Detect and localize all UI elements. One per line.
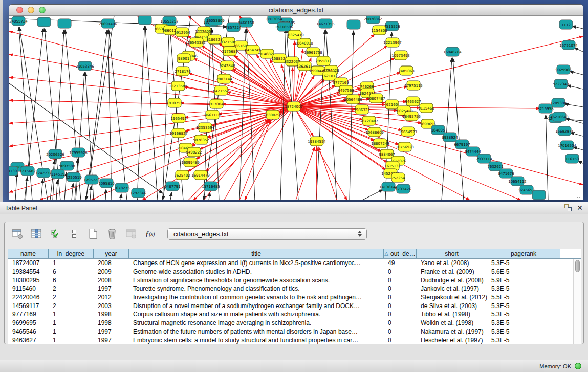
cell-year: 2003 — [94, 302, 129, 310]
graph-edge — [572, 26, 583, 29]
scrollbar-thumb[interactable] — [575, 260, 580, 272]
table-row[interactable]: 977716911998Corpus callosum shape and si… — [8, 310, 581, 319]
graph-edge — [15, 173, 17, 200]
cell-title: Corpus callosum shape and size in male p… — [129, 311, 384, 318]
graph-node-label: 8427552 — [213, 89, 229, 93]
graph-node-label: 1112 — [561, 23, 571, 27]
graph-node-label: 10654112 — [508, 180, 527, 184]
clear-selection-button[interactable] — [68, 227, 81, 240]
canvas-resize-grip-icon[interactable] — [576, 192, 582, 199]
graph-node-label: 19654923 — [399, 130, 417, 134]
graph-node-label: 10688609 — [365, 130, 384, 135]
graph-node-label: 7625402 — [174, 173, 190, 178]
float-front-square — [568, 207, 572, 211]
cell-pagerank: 5.3E-5 — [487, 259, 560, 267]
graph-node-label: 9474444 — [465, 150, 481, 154]
table-scrollbar[interactable] — [573, 259, 581, 344]
table-row[interactable]: 2242004622012Investigating the contribut… — [8, 293, 581, 302]
graph-node-label: 116753 — [565, 157, 579, 161]
import-table-button[interactable] — [124, 227, 138, 240]
table-row[interactable]: 1830029562008Estimation of significance … — [8, 276, 581, 285]
graph-node-label: 9097588 — [59, 164, 75, 168]
graph-node-label: 19166827 — [169, 132, 188, 136]
graph-node-label: 9777169 — [333, 81, 349, 85]
cell-out_de: 0 — [384, 268, 417, 275]
graph-node-label: 1733426 — [395, 187, 411, 191]
graph-node-label: 18640910 — [295, 41, 313, 46]
graph-edge — [326, 30, 337, 200]
graph-node-label: 752254 — [391, 176, 405, 180]
cell-short: Tibbo et al. (1998) — [417, 311, 487, 318]
table-settings-button[interactable] — [11, 227, 24, 240]
graph-node-label: 16914479 — [191, 173, 210, 178]
float-panel-icon[interactable] — [564, 204, 572, 211]
graph-node-label: 17959928 — [69, 151, 88, 155]
cell-name: 9777169 — [8, 311, 49, 318]
column-header-out_de[interactable]: △out_de… — [384, 249, 417, 258]
table-row[interactable]: 911546021997Tourette syndrome. Phenomeno… — [8, 285, 581, 293]
column-header-in_degree[interactable]: in_degree — [49, 249, 94, 258]
citation-network-graph[interactable]: 2405572420691406106532571527602846616010… — [9, 16, 583, 200]
cell-title: Structural magnetic resonance image aver… — [129, 319, 384, 326]
cell-name: 9699695 — [8, 319, 49, 326]
table-body: 1872400712008Changes of HCN gene express… — [8, 259, 581, 344]
graph-node-label: 10756928 — [396, 145, 414, 149]
graph-edge — [453, 58, 464, 200]
cytoscape-desktop: citations_edges.txt 24055724206914061065… — [0, 0, 588, 372]
table-row[interactable]: 1872400712008Changes of HCN gene express… — [8, 259, 581, 268]
show-columns-button[interactable] — [30, 227, 43, 240]
cell-pagerank: 5.3E-5 — [487, 285, 560, 292]
column-header-title[interactable]: title — [129, 249, 384, 258]
delete-button[interactable] — [105, 227, 119, 240]
new-document-button[interactable] — [86, 227, 100, 240]
table-row[interactable]: 1456911722003Disruption of a novel membe… — [8, 301, 581, 310]
graph-edge — [90, 186, 91, 200]
graph-node[interactable] — [347, 20, 360, 29]
select-all-button[interactable] — [49, 227, 62, 240]
cell-out_de: 0 — [384, 319, 417, 326]
table-row[interactable]: 969969511998Structural magnetic resonanc… — [8, 319, 581, 327]
graph-node[interactable] — [37, 17, 51, 27]
graph-node[interactable] — [58, 19, 71, 28]
column-header-pagerank[interactable]: pagerank — [487, 249, 560, 258]
network-canvas[interactable]: 2405572420691406106532571527602846616010… — [9, 16, 583, 200]
graph-node-label: 20691406 — [99, 22, 117, 26]
cell-name: 14569117 — [8, 302, 49, 310]
graph-edge — [574, 48, 583, 52]
graph-node[interactable] — [532, 190, 546, 200]
graph-node-label: 10973493 — [391, 54, 410, 58]
close-panel-icon[interactable]: ✕ — [577, 204, 583, 211]
cell-out_de: 0 — [384, 337, 417, 344]
table-toolbar: ƒ(x) citations_edges.txt — [5, 222, 583, 246]
column-header-short[interactable]: short — [417, 249, 487, 258]
graph-node-label: 15692971 — [555, 129, 574, 134]
cell-title: Investigating the contribution of common… — [129, 294, 384, 301]
cell-pagerank: 5.3E-5 — [487, 337, 560, 344]
cell-in_degree: 2 — [49, 302, 94, 310]
dropdown-stepper-icon — [358, 231, 362, 237]
graph-node-label: 10807487 — [367, 97, 385, 101]
graph-edge — [72, 183, 73, 200]
column-header-name[interactable]: name — [8, 249, 49, 258]
graph-node-label: 12213589 — [169, 84, 187, 89]
cell-out_de: 0 — [384, 277, 417, 284]
column-header-year[interactable]: year — [94, 249, 129, 258]
table-panel: Table Panel ✕ — [0, 202, 588, 360]
graph-node-label: 9245652 — [518, 188, 534, 192]
graph-node-label: 5912954 — [174, 31, 190, 35]
table-row[interactable]: 1938455462009Genome-wide association stu… — [8, 268, 581, 276]
graph-node[interactable] — [138, 16, 151, 25]
cell-year: 2012 — [94, 294, 129, 301]
cell-year: 1997 — [94, 328, 129, 335]
table-row[interactable]: 946362711997Embryonic stem cells: a mode… — [8, 336, 581, 344]
graph-node-label: 1615132 — [384, 164, 400, 168]
cell-in_degree: 1 — [49, 328, 94, 335]
graph-edge — [121, 194, 121, 200]
window-titlebar[interactable]: citations_edges.txt — [9, 5, 583, 16]
function-builder-button[interactable]: ƒ(x) — [143, 227, 157, 240]
table-row[interactable]: 946554611997Estimation of the future num… — [8, 327, 581, 336]
graph-node-label: 9115460 — [418, 106, 434, 111]
table-selector-dropdown[interactable]: citations_edges.txt — [167, 228, 367, 240]
graph-node-label: 9487791 — [164, 185, 180, 189]
graph-node-label: 8938924 — [442, 136, 458, 140]
